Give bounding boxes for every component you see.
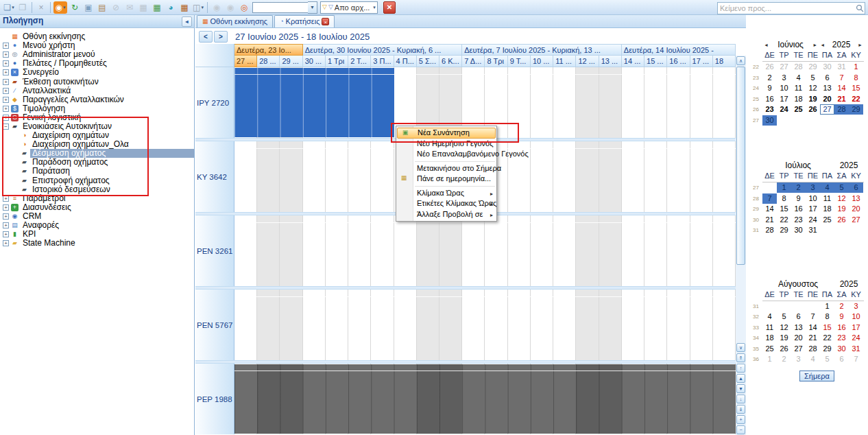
nav-item-crm[interactable]: +◉CRM [0, 212, 194, 221]
scheduler-cell[interactable] [667, 290, 690, 360]
calendar-day-cell[interactable]: 29 [806, 62, 820, 72]
scheduler-cell[interactable] [326, 141, 348, 212]
calendar-day-cell[interactable]: 4 [762, 311, 777, 322]
paste-icon[interactable]: ▤ [96, 1, 108, 14]
scheduler-cell[interactable] [303, 215, 326, 286]
week-header-cell[interactable]: Δευτέρα, 7 Ιουλίου 2025 - Κυριακή, 13 ..… [462, 44, 622, 56]
scheduler-cell[interactable] [439, 290, 462, 360]
calendar-day-cell[interactable]: 9 [834, 311, 849, 322]
tab-start-screen[interactable]: ▦Οθόνη εκκίνησης [197, 15, 273, 27]
calendar-day-cell[interactable]: 19 [806, 94, 820, 104]
scheduler-cell[interactable] [599, 67, 622, 138]
scheduler-cell[interactable] [303, 290, 326, 360]
day-header-cell[interactable]: 13 ... [599, 56, 622, 67]
scheduler-cell[interactable] [622, 290, 644, 360]
scheduler-cell[interactable] [462, 215, 485, 286]
scheduler-cell[interactable] [713, 67, 736, 138]
refresh-icon[interactable]: ↻ [69, 1, 81, 14]
calendar-day-cell[interactable]: 3 [806, 183, 820, 193]
scrollbar-track[interactable] [736, 67, 745, 342]
scheduler-row-cells[interactable] [234, 215, 736, 286]
calendar-day-cell[interactable]: 6 [849, 183, 863, 193]
calendar-day-cell[interactable]: 14 [834, 83, 849, 93]
day-header-cell[interactable]: 1 Τρι [326, 56, 348, 67]
calendar-day-cell[interactable]: 12 [777, 322, 791, 333]
scheduler-cell[interactable] [280, 141, 302, 212]
calendar-day-cell[interactable]: 15 [849, 83, 863, 93]
scheduler-cell[interactable] [234, 290, 257, 360]
calendar-day-cell[interactable]: 1 [849, 62, 863, 72]
nav-item-kpi[interactable]: +▮KPI [0, 230, 194, 239]
new-item-icon[interactable]: ❏▾ [3, 1, 15, 14]
scheduler-cell[interactable] [622, 141, 644, 212]
scheduler-cell[interactable] [599, 290, 622, 360]
scheduler-cell[interactable] [348, 290, 371, 360]
calendar-day-cell[interactable]: 6 [820, 73, 834, 83]
search-input[interactable] [718, 4, 855, 12]
calendar-day-cell[interactable]: 8 [777, 193, 791, 204]
expand-icon[interactable]: + [3, 231, 9, 237]
scheduler-cell[interactable] [531, 215, 553, 286]
calendar-day-cell[interactable]: 13 [791, 322, 806, 333]
scheduler-cell[interactable] [371, 141, 394, 212]
calendar-day-cell[interactable]: 11 [820, 193, 834, 204]
scheduler-cell[interactable] [667, 215, 690, 286]
combo-dropdown-icon[interactable]: ▼ [308, 1, 317, 14]
expand-icon[interactable]: + [3, 97, 9, 103]
collapse-nav-button[interactable]: ◂ [182, 16, 192, 27]
nav-item-customers-suppliers[interactable]: +●Πελάτες / Προμηθευτές [0, 59, 194, 68]
scheduler-cell[interactable] [644, 67, 667, 138]
calendar-day-cell[interactable]: 4 [806, 354, 820, 364]
day-header-cell[interactable]: 12 ... [576, 56, 599, 67]
calendar-day-cell[interactable]: 25 [791, 104, 806, 115]
scheduler-cell[interactable] [531, 141, 553, 212]
scheduler-cell[interactable] [417, 215, 439, 286]
next-range-button[interactable]: > [214, 31, 228, 43]
calendar-day-cell[interactable]: 24 [806, 215, 820, 225]
scheduler-cell[interactable] [690, 290, 713, 360]
scheduler-cell[interactable] [280, 215, 302, 286]
expand-icon[interactable]: + [3, 88, 9, 94]
scheduler-cell[interactable] [462, 290, 485, 360]
calendar-day-cell[interactable]: 5 [806, 73, 820, 83]
calendar-day-cell[interactable]: 2 [834, 301, 849, 311]
calendar-day-cell[interactable]: 16 [762, 94, 777, 104]
calendar-day-cell[interactable]: 30 [762, 115, 777, 126]
scroll-up-button[interactable]: ∧ [736, 56, 745, 65]
scheduler-cell[interactable] [713, 141, 736, 212]
scheduler-cell[interactable] [439, 215, 462, 286]
nav-item-reports[interactable]: +▤Αναφορές [0, 221, 194, 230]
calendar-day-cell[interactable]: 20 [820, 94, 834, 104]
calendar-day-cell[interactable]: 28 [806, 344, 820, 354]
nav-item-invoicing[interactable]: +$Τιμολόγηση [0, 104, 194, 113]
prev-round-icon[interactable]: ◉ [210, 1, 223, 14]
scheduler-cell[interactable] [485, 290, 507, 360]
expand-icon[interactable]: + [3, 204, 9, 211]
calendar-day-cell[interactable]: 26 [834, 215, 849, 225]
calendar-day-cell[interactable]: 24 [849, 333, 863, 343]
table-icon[interactable]: ▦ [178, 1, 191, 14]
calendar-icon[interactable]: ▦ [137, 1, 149, 14]
scheduler-cell[interactable] [622, 67, 644, 138]
calendar-day-cell[interactable]: 17 [777, 94, 791, 104]
scheduler-cell[interactable] [553, 141, 576, 212]
scheduler-cell[interactable] [599, 215, 622, 286]
calendar-day-cell[interactable]: 18 [791, 94, 806, 104]
day-header-cell[interactable]: 8 Τρι [485, 56, 507, 67]
scheduler-scroll-button-7[interactable]: + [736, 415, 745, 424]
scroll-down-button[interactable]: ∨ [736, 343, 745, 352]
expand-icon[interactable]: + [3, 51, 9, 58]
close-toolbar-button[interactable]: ✕ [383, 1, 396, 14]
scheduler-cell[interactable] [553, 290, 576, 360]
scheduler-cell[interactable] [553, 215, 576, 286]
calendar-day-cell[interactable]: 29 [777, 225, 791, 235]
sync-icon[interactable]: ◎ [238, 1, 250, 14]
expand-icon[interactable]: + [3, 106, 9, 112]
calendar-day-cell[interactable]: 7 [806, 311, 820, 322]
scheduler-cell[interactable] [713, 215, 736, 286]
calendar-day-cell[interactable]: 18 [820, 204, 834, 214]
calendar-day-cell[interactable]: 6 [791, 311, 806, 322]
calendar-day-cell[interactable]: 4 [820, 183, 834, 193]
prev-month-icon[interactable]: ◄ [762, 43, 770, 47]
nav-item-interconnections[interactable]: ++Διασυνδέσεις [0, 203, 194, 212]
